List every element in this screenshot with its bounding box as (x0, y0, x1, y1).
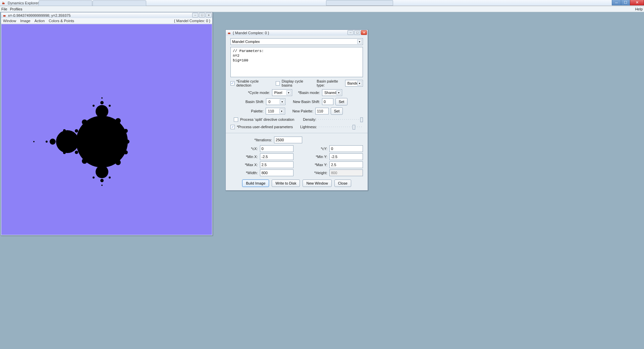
fractal-maximize-button[interactable]: ☐ (199, 13, 205, 17)
close-config-button[interactable]: Close (334, 180, 351, 187)
display-cycle-basins-label: Display cycle basins (282, 79, 311, 87)
build-image-button[interactable]: Build Image (242, 180, 269, 187)
width-input[interactable]: 800 (260, 169, 293, 176)
divider (226, 133, 368, 133)
fractal-menu-image[interactable]: Image (20, 19, 31, 23)
process-split-label: Process 'split' directive coloration (240, 117, 294, 121)
app-maximize-button[interactable]: ☐ (621, 0, 630, 5)
main-menubar: File Profiles Help (0, 6, 644, 12)
basin-palette-type-select[interactable]: Banded▼ (345, 80, 363, 87)
palette-label: Palette: (251, 109, 263, 113)
menu-profiles[interactable]: Profiles (10, 7, 22, 11)
density-slider[interactable] (318, 117, 363, 122)
chevron-down-icon: ▼ (279, 109, 284, 113)
svg-point-9 (96, 165, 108, 178)
config-window-titlebar[interactable]: { Mandel Complex: 0 } ─ ☐ ✕ (226, 30, 368, 36)
app-minimize-button[interactable]: ─ (612, 0, 621, 5)
basin-shift-label: Basin Shift: (246, 100, 264, 104)
svg-point-20 (63, 129, 66, 132)
titlebar-background-tabs (39, 0, 146, 6)
new-window-button[interactable]: New Window (303, 180, 331, 187)
cycle-mode-select[interactable]: Pixel▼ (272, 89, 292, 96)
app-close-button[interactable]: ✕ (630, 0, 644, 5)
svg-point-19 (75, 151, 78, 154)
menu-file[interactable]: File (1, 7, 7, 11)
chevron-down-icon: ▼ (336, 90, 341, 95)
maxx-input[interactable]: 2.5 (260, 161, 293, 168)
parameters-textarea[interactable]: // Parameters: n=2 big=100 (230, 47, 363, 77)
miny-input[interactable]: -2.5 (329, 153, 363, 160)
svg-point-15 (124, 129, 128, 133)
config-close-button[interactable]: ✕ (361, 30, 367, 35)
fractal-context-label: { Mandel Complex: 0 } (174, 19, 210, 23)
write-to-disk-button[interactable]: Write to Disk (272, 180, 300, 187)
svg-point-14 (115, 160, 121, 165)
svg-rect-0 (2, 3, 5, 4)
basin-shift-select[interactable]: 0▼ (266, 98, 285, 105)
fractal-close-button[interactable]: ✕ (206, 13, 212, 17)
fractal-type-value: Mandel Complex (232, 40, 260, 44)
chevron-down-icon: ▼ (357, 39, 362, 44)
fractal-type-combo[interactable]: Mandel Complex ▼ (230, 38, 363, 45)
app-titlebar: Dynamics Explorer 1.0 ─ ☐ ✕ (0, 0, 644, 6)
enable-cycle-detection-label: *Enable cycle detection (236, 79, 270, 87)
titlebar-background-tab (326, 0, 393, 6)
maxx-label: *Max X: (245, 163, 258, 167)
java-icon (227, 31, 232, 35)
new-basin-shift-label: New Basin Shift: (293, 100, 320, 104)
fractal-minimize-button[interactable]: ─ (192, 13, 198, 17)
cx-label: *cX: (251, 147, 258, 151)
cx-input[interactable]: 0 (260, 145, 293, 152)
svg-point-22 (93, 105, 95, 107)
process-user-params-label: *Process user-defined parameters (237, 125, 293, 129)
cycle-mode-label: *Cycle mode: (248, 91, 270, 95)
lightness-slider[interactable] (319, 124, 363, 130)
basin-mode-label: *Basin mode: (298, 91, 320, 95)
svg-point-24 (93, 177, 95, 179)
maxy-label: *Max Y: (315, 163, 327, 167)
cy-input[interactable]: 0 (329, 145, 363, 152)
iterations-label: *Iterations: (254, 138, 272, 142)
process-user-params-checkbox[interactable]: ✓ (230, 125, 235, 129)
set-palette-button[interactable]: Set (331, 107, 343, 115)
width-label: *Width: (246, 171, 258, 175)
fractal-window: x=-0.9843749999999998; y=2.359375 ─ ☐ ✕ … (1, 12, 213, 236)
config-maximize-button[interactable]: ☐ (354, 30, 360, 35)
svg-point-27 (101, 185, 103, 186)
height-input[interactable]: 800 (329, 169, 363, 176)
display-cycle-basins-checkbox[interactable] (276, 81, 280, 86)
svg-point-18 (75, 129, 78, 133)
maxy-input[interactable]: 2.5 (329, 161, 363, 168)
iterations-input[interactable]: 2500 (274, 137, 302, 143)
fractal-window-titlebar[interactable]: x=-0.9843749999999998; y=2.359375 ─ ☐ ✕ (1, 12, 212, 18)
svg-point-6 (33, 141, 35, 142)
config-minimize-button[interactable]: ─ (347, 30, 354, 35)
svg-rect-28 (228, 33, 230, 34)
enable-cycle-detection-checkbox[interactable]: ✓ (230, 81, 234, 86)
mdi-area: x=-0.9843749999999998; y=2.359375 ─ ☐ ✕ … (0, 12, 644, 349)
basin-mode-select[interactable]: Shared▼ (322, 89, 342, 96)
basin-palette-type-label: Basin palette type: (317, 79, 343, 87)
process-split-checkbox[interactable] (234, 117, 238, 122)
svg-point-3 (56, 130, 79, 153)
svg-point-12 (82, 158, 87, 164)
set-basin-shift-button[interactable]: Set (335, 98, 347, 105)
fractal-canvas[interactable] (1, 24, 212, 235)
minx-input[interactable]: -2.5 (260, 153, 293, 160)
svg-point-5 (46, 141, 48, 143)
cy-label: *cY: (321, 147, 327, 151)
mandelbrot-render (30, 86, 130, 194)
fractal-menu-action[interactable]: Action (35, 19, 45, 23)
new-basin-shift-input[interactable]: 0 (322, 98, 333, 105)
svg-point-17 (125, 140, 129, 144)
svg-point-10 (100, 179, 104, 182)
fractal-menu-colors-points[interactable]: Colors & Points (49, 19, 74, 23)
config-window-title: { Mandel Complex: 0 } (233, 31, 269, 35)
java-icon (2, 13, 7, 18)
svg-point-26 (101, 97, 103, 99)
fractal-menu-window[interactable]: Window (3, 19, 16, 23)
new-palette-input[interactable]: 110 (315, 108, 329, 114)
menu-help[interactable]: Help (635, 7, 643, 11)
chevron-down-icon: ▼ (280, 99, 284, 104)
palette-select[interactable]: 110▼ (266, 108, 285, 114)
